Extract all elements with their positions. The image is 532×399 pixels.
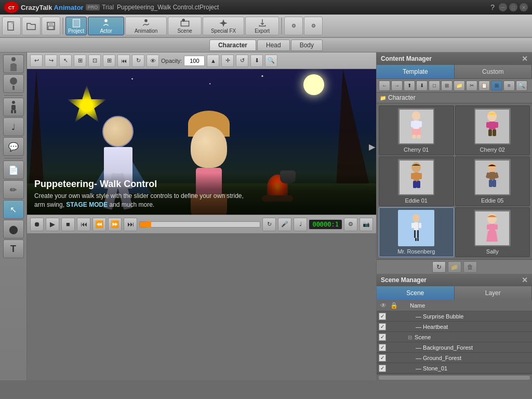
redo-button[interactable]: ↪	[45, 55, 57, 67]
cm-btn-6[interactable]: ⊞	[441, 81, 453, 91]
animation-button[interactable]: Animation	[125, 17, 167, 35]
camera-button[interactable]: 📷	[360, 218, 373, 231]
check-stone-01[interactable]	[379, 365, 386, 372]
view-tool[interactable]: 👁	[147, 55, 159, 67]
canvas-arrow[interactable]: ▶	[369, 142, 375, 152]
left-tool-person[interactable]	[3, 55, 24, 73]
move-tool[interactable]: ✛	[221, 55, 234, 67]
cm-btn-4[interactable]: ⬇	[416, 81, 428, 91]
tab-body[interactable]: Body	[291, 39, 323, 51]
lock-surprise-bubble[interactable]	[388, 313, 395, 320]
left-tool-music[interactable]: ♩	[3, 117, 24, 136]
rewind-button[interactable]: ⏪	[92, 218, 106, 231]
floor-tool[interactable]: ⬇	[250, 55, 263, 67]
cm-btn-8[interactable]: ✂	[466, 81, 477, 91]
cm-category[interactable]: 📁 Character	[377, 92, 532, 103]
tab-custom[interactable]: Custom	[455, 65, 533, 78]
left-tool-circle[interactable]: ⬤	[3, 220, 24, 238]
timeline-handle[interactable]	[147, 221, 151, 228]
left-tool-pencil[interactable]: ✏	[3, 180, 24, 199]
left-tool-tree[interactable]	[3, 74, 24, 93]
cm-item-eddie01[interactable]: Eddie 01	[379, 156, 454, 206]
goto-end-button[interactable]: ⏭	[124, 218, 137, 231]
project-button[interactable]: Project	[65, 17, 87, 35]
lock-ground-forest[interactable]	[388, 354, 395, 362]
cm-add-button[interactable]: ↻	[432, 261, 446, 273]
horizontal-scrollbar[interactable]	[379, 376, 530, 380]
undo-button[interactable]: ↩	[30, 55, 43, 67]
cm-btn-2[interactable]: →	[391, 81, 403, 91]
minimize-button[interactable]: ─	[499, 3, 507, 11]
left-tool-cursor[interactable]: ↖	[3, 200, 24, 219]
tab-scene[interactable]: Scene	[377, 286, 455, 300]
lock-background-forest[interactable]	[388, 344, 395, 351]
close-button[interactable]: ✕	[520, 3, 528, 11]
check-surprise-bubble[interactable]	[379, 313, 386, 320]
cm-btn-search[interactable]: 🔍	[516, 81, 527, 91]
layer-stone-01[interactable]: — Stone_01	[377, 363, 532, 374]
save-button[interactable]	[42, 17, 60, 35]
mic-button[interactable]: 🎤	[278, 218, 291, 231]
transform-tool[interactable]: ⊞	[74, 55, 86, 67]
goto-start-button[interactable]: ⏮	[77, 218, 90, 231]
cm-btn-grid[interactable]: ⊞	[491, 81, 502, 91]
cm-item-cherry02[interactable]: Cherry 02	[455, 105, 530, 155]
stop-button[interactable]: ■	[61, 218, 75, 231]
check-background-forest[interactable]	[379, 344, 386, 351]
tab-head[interactable]: Head	[257, 39, 290, 51]
select-tool[interactable]: ↖	[59, 55, 72, 67]
record-button[interactable]: ⏺	[30, 218, 44, 231]
layer-ground-forest[interactable]: — Ground_Forest	[377, 353, 532, 363]
special-fx-button[interactable]: Special FX	[203, 17, 244, 35]
cm-btn-1[interactable]: ←	[379, 81, 390, 91]
scene-button[interactable]: Scene	[168, 17, 202, 35]
new-button[interactable]	[2, 17, 21, 35]
loop-button[interactable]: ↻	[262, 218, 276, 231]
tab-layer[interactable]: Layer	[455, 286, 533, 300]
export-button[interactable]: Export	[245, 17, 279, 35]
tab-template[interactable]: Template	[377, 65, 455, 78]
cm-item-cherry01[interactable]: Cherry 01	[379, 105, 454, 155]
cm-item-sally[interactable]: Sally	[455, 207, 530, 257]
multi-select[interactable]: ⊞	[103, 55, 115, 67]
cm-item-mrrosenberg[interactable]: Mr. Rosenberg	[379, 207, 454, 257]
actor-button[interactable]: Actor	[88, 17, 124, 35]
opacity-input[interactable]	[184, 56, 205, 66]
fast-forward-button[interactable]: ⏩	[108, 218, 122, 231]
cm-btn-list[interactable]: ≡	[503, 81, 515, 91]
options-button[interactable]: ⚙	[304, 17, 323, 35]
lock-heartbeat[interactable]	[388, 323, 395, 330]
cm-btn-7[interactable]: 📁	[454, 81, 465, 91]
lock-scene[interactable]	[388, 334, 395, 341]
note-button[interactable]: ♩	[294, 218, 307, 231]
goto-start[interactable]: ⏮	[117, 55, 130, 67]
check-scene[interactable]	[379, 334, 386, 341]
cm-btn-9[interactable]: 📋	[478, 81, 490, 91]
settings-tl-button[interactable]: ⚙	[344, 218, 357, 231]
crop-tool[interactable]: ⊡	[88, 55, 101, 67]
content-manager-close[interactable]: ✕	[522, 55, 528, 63]
cm-btn-5[interactable]: □	[429, 81, 440, 91]
layer-background-forest[interactable]: — Background_Forest	[377, 342, 532, 353]
zoom-tool[interactable]: 🔍	[265, 55, 277, 67]
cm-btn-3[interactable]: ⬆	[404, 81, 415, 91]
reset-tool[interactable]: ↺	[236, 55, 248, 67]
tab-character[interactable]: Character	[209, 39, 256, 51]
cm-item-eddie05[interactable]: Eddie 05	[455, 156, 530, 206]
check-ground-forest[interactable]	[379, 354, 386, 362]
maximize-button[interactable]: □	[509, 3, 517, 11]
scene-manager-close[interactable]: ✕	[522, 276, 528, 284]
lock-stone-01[interactable]	[388, 365, 395, 372]
settings-button[interactable]: ⚙	[284, 17, 303, 35]
loop-tool[interactable]: ↻	[132, 55, 144, 67]
left-tool-character2[interactable]	[3, 98, 24, 116]
play-button[interactable]: ▶	[46, 218, 59, 231]
layer-surprise-bubble[interactable]: — Surprise Bubble	[377, 311, 532, 322]
arrow-up[interactable]: ▲	[207, 55, 219, 67]
left-tool-chat[interactable]: 💬	[3, 137, 24, 156]
open-button[interactable]	[22, 17, 41, 35]
layer-scene-group[interactable]: ⊟ Scene	[377, 332, 532, 342]
help-button[interactable]: ?	[490, 3, 495, 11]
left-tool-document[interactable]: 📄	[3, 161, 24, 179]
check-heartbeat[interactable]	[379, 323, 386, 330]
